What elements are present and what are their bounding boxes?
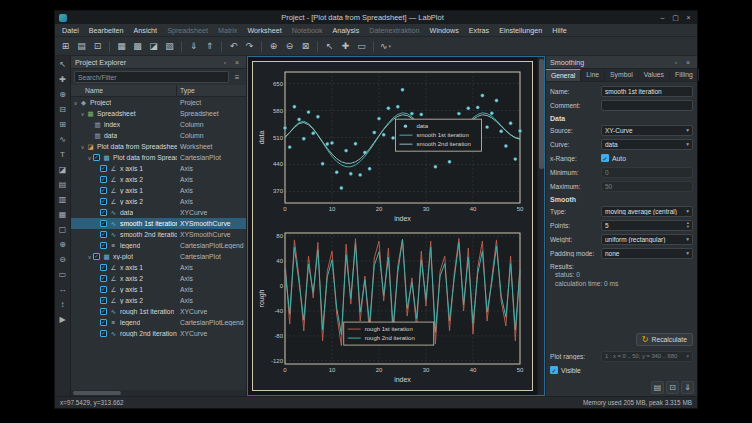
- visible-checkbox[interactable]: ✓: [550, 366, 558, 374]
- visibility-checkbox[interactable]: ✓: [100, 198, 107, 205]
- tree-row-xy-plot[interactable]: ∨✓▩xy-plotCartesianPlot: [71, 251, 246, 262]
- horizontal-layout-icon[interactable]: ▥: [57, 193, 69, 205]
- tree-row-spreadsheet[interactable]: ∨▦SpreadsheetSpreadsheet: [71, 108, 246, 119]
- recalculate-button[interactable]: ↻Recalculate: [636, 333, 693, 346]
- fit-height-icon[interactable]: ↕: [57, 298, 69, 310]
- tree-row-y-axis-1[interactable]: ✓∠y axis 1Axis: [71, 284, 246, 295]
- dock-close-icon[interactable]: ×: [232, 59, 242, 66]
- zoom-select-mode-icon[interactable]: ▭: [354, 39, 369, 54]
- tree-row-plot-data-from-spreadsheet[interactable]: ∨◪Plot data from SpreadsheetWorksheet: [71, 141, 246, 152]
- new-project-icon[interactable]: ⊞: [58, 39, 73, 54]
- tree-row-y-axis-2[interactable]: ✓∠y axis 2Axis: [71, 196, 246, 207]
- visibility-checkbox[interactable]: ✓: [100, 297, 107, 304]
- menu-bearbeiten[interactable]: Bearbeiten: [84, 24, 129, 37]
- worksheet-page[interactable]: 01020304050370440510580650indexdatadatas…: [252, 61, 533, 391]
- comment-input[interactable]: [601, 100, 693, 111]
- type-combobox[interactable]: moving average (central)▾: [601, 206, 693, 217]
- spinbox-arrows-icon[interactable]: ▴▾: [687, 221, 689, 229]
- tree-row-plot-data-from-spreadsheet[interactable]: ∨✓▩Plot data from SpreadsheetCartesianPl…: [71, 152, 246, 163]
- add-plot-icon[interactable]: ∿: [57, 133, 69, 145]
- tree-row-legend[interactable]: ✓≡legendCartesianPlotLegend: [71, 240, 246, 251]
- visibility-checkbox[interactable]: ✓: [100, 176, 107, 183]
- tree-row-x-axis-2[interactable]: ✓∠x axis 2Axis: [71, 273, 246, 284]
- tree-row-data[interactable]: ▥dataColumn: [71, 130, 246, 141]
- scrollbar-thumb[interactable]: [73, 391, 121, 395]
- vertical-scrollbar[interactable]: [537, 57, 544, 395]
- add-plot-menu-icon[interactable]: ∿▾: [378, 39, 393, 54]
- pan-mode-icon[interactable]: ✚: [338, 39, 353, 54]
- import-data-icon[interactable]: ⇓: [186, 39, 201, 54]
- tree-row-index[interactable]: ▥indexColumn: [71, 119, 246, 130]
- visibility-checkbox[interactable]: ✓: [100, 319, 107, 326]
- tree-row-data[interactable]: ✓∿dataXYCurve: [71, 207, 246, 218]
- grid-layout-icon[interactable]: ▦: [57, 208, 69, 220]
- new-notebook-icon[interactable]: ▧: [162, 39, 177, 54]
- tree-row-x-axis-1[interactable]: ✓∠x axis 1Axis: [71, 262, 246, 273]
- minimize-button[interactable]: –: [658, 13, 667, 22]
- undo-icon[interactable]: ↶: [226, 39, 241, 54]
- save-as-default-icon[interactable]: ⇓: [681, 381, 694, 394]
- visibility-checkbox[interactable]: ✓: [100, 231, 107, 238]
- zoom-select-icon[interactable]: ⊕: [57, 88, 69, 100]
- redo-icon[interactable]: ↷: [242, 39, 257, 54]
- menu-analysis[interactable]: Analysis: [327, 24, 364, 37]
- search-input[interactable]: [74, 71, 229, 83]
- menu-einstellungen[interactable]: Einstellungen: [494, 24, 547, 37]
- presenter-mode-icon[interactable]: ▶: [57, 313, 69, 325]
- tree-row-x-axis-2[interactable]: ✓∠x axis 2Axis: [71, 174, 246, 185]
- menu-hilfe[interactable]: Hilfe: [547, 24, 571, 37]
- minimum-input[interactable]: 0: [601, 167, 693, 178]
- menu-worksheet[interactable]: Worksheet: [242, 24, 286, 37]
- new-worksheet-icon[interactable]: ◪: [146, 39, 161, 54]
- zoom-out-icon[interactable]: ⊖: [282, 39, 297, 54]
- plot-area-rough[interactable]: 01020304050-120-80-4004080indexroughroug…: [258, 228, 527, 385]
- visibility-checkbox[interactable]: ✓: [100, 264, 107, 271]
- curve-combobox[interactable]: data▾: [601, 139, 693, 150]
- new-matrix-icon[interactable]: ▩: [130, 39, 145, 54]
- save-template-icon[interactable]: ⊡: [666, 381, 679, 394]
- expander-icon[interactable]: ∨: [86, 155, 93, 161]
- points-spinbox[interactable]: 5▴▾: [601, 220, 693, 231]
- zoom-out-view-icon[interactable]: ⊖: [57, 253, 69, 265]
- tree-row-x-axis-1[interactable]: ✓∠x axis 1Axis: [71, 163, 246, 174]
- menu-datei[interactable]: Datei: [57, 24, 84, 37]
- worksheet-view[interactable]: 01020304050370440510580650indexdatadatas…: [247, 56, 545, 396]
- tree-row-smooth-1st-iteration[interactable]: ✓∿smooth 1st iterationXYSmoothCurve: [71, 218, 246, 229]
- new-spreadsheet-icon[interactable]: ▦: [114, 39, 129, 54]
- visibility-checkbox[interactable]: ✓: [100, 242, 107, 249]
- horizontal-scrollbar[interactable]: [71, 390, 246, 396]
- tab-general[interactable]: General: [546, 69, 581, 81]
- maximum-input[interactable]: 50: [601, 181, 693, 192]
- visibility-checkbox[interactable]: ✓: [93, 253, 100, 260]
- weight-combobox[interactable]: uniform (rectangular)▾: [601, 234, 693, 245]
- plot-ranges-combobox[interactable]: 1 : x = 0 .. 50, y = 340 .. 680▾: [601, 351, 693, 362]
- vertical-layout-icon[interactable]: ▤: [57, 178, 69, 190]
- menu-extras[interactable]: Extras: [464, 24, 494, 37]
- tab-symbol[interactable]: Symbol: [605, 69, 639, 81]
- name-input[interactable]: smooth 1st iteration: [601, 86, 693, 97]
- auto-checkbox[interactable]: ✓: [601, 154, 609, 162]
- add-image-icon[interactable]: ◪: [57, 163, 69, 175]
- tree-row-rough-1st-iteration[interactable]: ✓∿rough 1st iterationXYCurve: [71, 306, 246, 317]
- tree-row-legend[interactable]: ✓≡legendCartesianPlotLegend: [71, 317, 246, 328]
- visibility-checkbox[interactable]: ✓: [100, 330, 107, 337]
- visibility-checkbox[interactable]: ✓: [100, 187, 107, 194]
- visibility-checkbox[interactable]: ✓: [93, 154, 100, 161]
- zoom-x-select-icon[interactable]: ⊟: [57, 103, 69, 115]
- scrollbar-thumb[interactable]: [539, 59, 544, 169]
- visibility-checkbox[interactable]: ✓: [100, 209, 107, 216]
- select-mode-icon[interactable]: ↖: [322, 39, 337, 54]
- column-header-type[interactable]: Type: [177, 85, 246, 96]
- add-text-label-icon[interactable]: T: [57, 148, 69, 160]
- tab-line[interactable]: Line: [581, 69, 605, 81]
- padding-mode-combobox[interactable]: none▾: [601, 248, 693, 259]
- titlebar[interactable]: Project - [Plot data from Spreadsheet] —…: [55, 11, 697, 24]
- visibility-checkbox[interactable]: ✓: [100, 275, 107, 282]
- zoom-fit-icon[interactable]: ⊠: [298, 39, 313, 54]
- column-header-name[interactable]: Name: [71, 85, 177, 96]
- dock-float-icon[interactable]: ▫: [220, 59, 230, 66]
- visibility-checkbox[interactable]: ✓: [100, 165, 107, 172]
- visibility-checkbox[interactable]: ✓: [100, 308, 107, 315]
- zoom-origin-icon[interactable]: ▭: [57, 268, 69, 280]
- tab-values[interactable]: Values: [639, 69, 670, 81]
